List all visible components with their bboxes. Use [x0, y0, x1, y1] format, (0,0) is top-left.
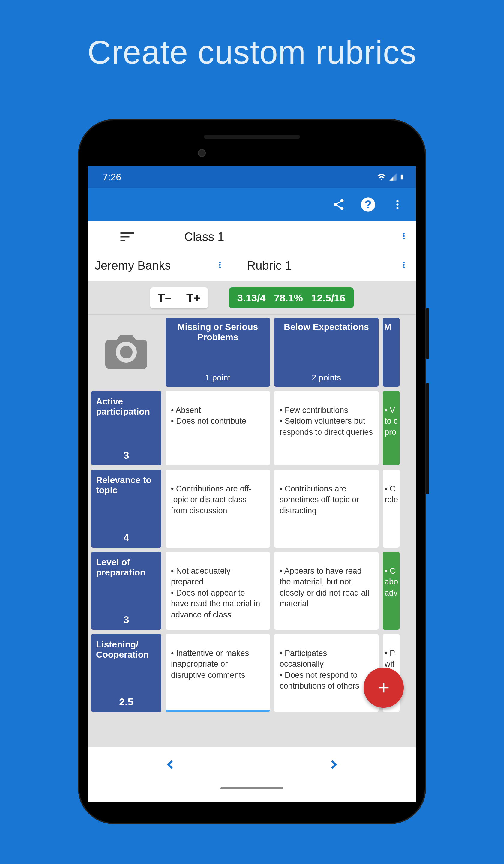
- row-header[interactable]: Level of preparation3: [91, 552, 161, 630]
- share-icon: [332, 198, 345, 211]
- selector-bar: Class 1 Jeremy Banks Rubric 1: [88, 221, 416, 282]
- criterion-score: 4: [123, 531, 129, 543]
- status-time: 7:26: [103, 171, 121, 183]
- text-size-minus[interactable]: T–: [150, 291, 179, 305]
- more-vert-icon: [392, 199, 404, 211]
- score-summary-row: T– T+ 3.13/4 78.1% 12.5/16: [88, 282, 416, 315]
- next-button[interactable]: [308, 751, 360, 782]
- status-icons: [376, 172, 405, 182]
- svg-point-8: [219, 262, 221, 263]
- nav-handle[interactable]: [220, 788, 284, 789]
- phone-frame: 7:26 ? Class 1: [78, 119, 426, 824]
- rubric-cell[interactable]: • Not adequately prepared • Does not app…: [166, 552, 270, 630]
- row-header[interactable]: Relevance to topic4: [91, 469, 161, 548]
- svg-point-13: [403, 266, 405, 268]
- more-button[interactable]: [387, 194, 408, 215]
- app-bar: ?: [88, 188, 416, 221]
- camera-icon: [99, 331, 153, 373]
- more-vert-icon: [216, 261, 224, 269]
- share-button[interactable]: [328, 194, 349, 215]
- column-title: Missing or Serious Problems: [169, 322, 266, 342]
- student-more-button[interactable]: [208, 261, 232, 270]
- rubric-cell[interactable]: • Contributions are off-topic or distrac…: [166, 469, 270, 548]
- criterion-title: Relevance to topic: [96, 475, 157, 495]
- svg-point-5: [403, 233, 405, 235]
- svg-point-3: [396, 203, 398, 205]
- score-pill[interactable]: 3.13/4 78.1% 12.5/16: [229, 287, 354, 309]
- class-more-button[interactable]: [392, 232, 416, 241]
- status-bar: 7:26: [88, 166, 416, 188]
- more-vert-icon: [400, 232, 408, 240]
- svg-point-11: [403, 262, 405, 263]
- rubric-cell[interactable]: • Absent • Does not contribute: [166, 391, 270, 465]
- phone-speaker: [204, 135, 300, 139]
- battery-icon: [399, 172, 405, 182]
- rubric-cell[interactable]: • Few contributions • Seldom volunteers …: [274, 391, 379, 465]
- help-button[interactable]: ?: [358, 194, 379, 215]
- rubric-cell[interactable]: • Appears to have read the material, but…: [274, 552, 379, 630]
- column-header[interactable]: M: [383, 318, 400, 387]
- criterion-title: Listening/ Cooperation: [96, 639, 157, 660]
- phone-camera: [198, 149, 206, 157]
- promo-title: Create custom rubrics: [88, 33, 417, 71]
- svg-point-2: [396, 200, 398, 202]
- chevron-right-icon: [326, 757, 342, 772]
- rubric-more-button[interactable]: [392, 261, 416, 270]
- column-header[interactable]: Below Expectations2 points: [274, 318, 379, 387]
- rubric-grid[interactable]: Missing or Serious Problems1 pointBelow …: [88, 315, 416, 747]
- svg-point-7: [403, 238, 405, 239]
- pagination-bar: [88, 747, 416, 786]
- svg-point-4: [396, 207, 398, 209]
- criterion-score: 3: [123, 614, 129, 625]
- criterion-score: 3: [123, 449, 129, 461]
- svg-point-14: [120, 346, 133, 359]
- rubric-cell[interactable]: • Contributions are sometimes off-topic …: [274, 469, 379, 548]
- row-header[interactable]: Active participation3: [91, 391, 161, 465]
- more-vert-icon: [400, 261, 408, 269]
- score-total: 12.5/16: [311, 292, 345, 304]
- help-icon: ?: [360, 197, 376, 213]
- rubric-cell[interactable]: • Inattentive or makes inappropriate or …: [166, 634, 270, 712]
- svg-point-10: [219, 266, 221, 268]
- rubric-cell[interactable]: • V to c pro: [383, 391, 400, 465]
- app-screen: 7:26 ? Class 1: [88, 166, 416, 802]
- svg-point-12: [403, 264, 405, 266]
- column-header[interactable]: Missing or Serious Problems1 point: [166, 318, 270, 387]
- text-size-plus[interactable]: T+: [179, 291, 208, 305]
- wifi-icon: [376, 172, 387, 182]
- phone-side-button-bottom: [426, 383, 429, 494]
- chevron-left-icon: [162, 757, 178, 772]
- class-selector[interactable]: Class 1: [166, 230, 392, 243]
- rubric-cell[interactable]: • C abo adv: [383, 552, 400, 630]
- sort-button[interactable]: [88, 228, 166, 246]
- criterion-score: 2.5: [119, 696, 133, 708]
- student-selector[interactable]: Jeremy Banks: [88, 259, 171, 272]
- svg-text:?: ?: [364, 198, 372, 211]
- column-points: 2 points: [312, 373, 341, 383]
- column-points: 1 point: [205, 373, 230, 383]
- add-fab[interactable]: [363, 668, 404, 708]
- column-title: Below Expectations: [284, 322, 369, 332]
- score-percent: 78.1%: [274, 292, 303, 304]
- prev-button[interactable]: [144, 751, 196, 782]
- sort-icon: [118, 228, 136, 246]
- rubric-selector[interactable]: Rubric 1: [247, 259, 291, 272]
- svg-point-9: [219, 264, 221, 266]
- row-header[interactable]: Listening/ Cooperation2.5: [91, 634, 161, 712]
- rubric-cell[interactable]: • Participates occasionally • Does not r…: [274, 634, 379, 712]
- cellular-icon: [389, 172, 397, 182]
- text-size-toggle: T– T+: [150, 287, 208, 309]
- system-nav-bar: [88, 786, 416, 802]
- column-title: M: [384, 322, 392, 332]
- plus-icon: [375, 679, 392, 696]
- phone-side-button-top: [426, 308, 429, 359]
- score-avg: 3.13/4: [237, 292, 266, 304]
- criterion-title: Level of preparation: [96, 557, 157, 577]
- criterion-title: Active participation: [96, 396, 157, 417]
- rubric-cell[interactable]: • C rele: [383, 469, 400, 548]
- camera-button[interactable]: [91, 318, 161, 387]
- svg-point-6: [403, 235, 405, 237]
